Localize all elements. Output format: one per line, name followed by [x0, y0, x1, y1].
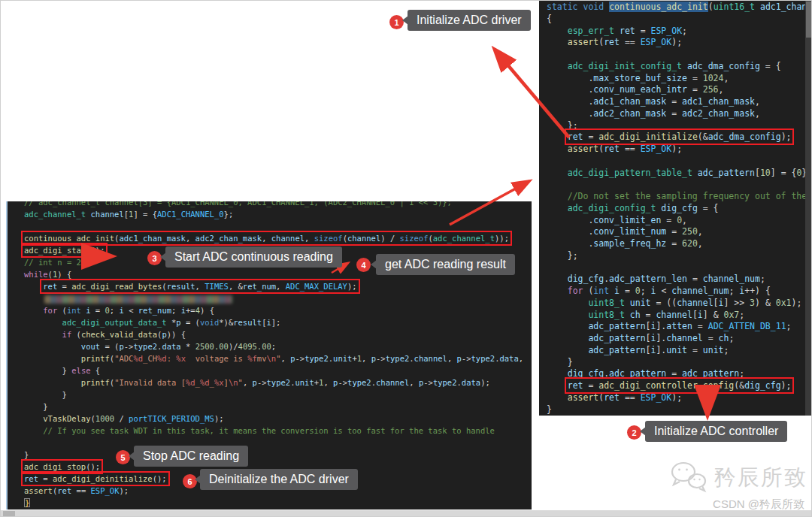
scrollbar-thumb[interactable] [806, 2, 811, 38]
annotation-2-label: Initialize ADC controller [645, 421, 787, 442]
code-right: static void continuous_adc_init(uint16_t… [539, 0, 806, 416]
code-panel-adc-init-function: static void continuous_adc_init(uint16_t… [539, 0, 806, 416]
watermark: 矜辰所致 CSDN @矜辰所致 [612, 460, 807, 512]
annotation-4-label: get ADC reading result [376, 254, 515, 275]
annotation-4-badge: 4 [356, 258, 371, 272]
watermark-brand-text: 矜辰所致 [714, 463, 807, 493]
annotation-3-label: Start ADC continuous reading [165, 246, 342, 268]
right-panel-scrollbar[interactable] [805, 0, 812, 416]
scrollbar-thumb[interactable] [3, 511, 15, 516]
annotation-5-label: Stop ADC reading [134, 446, 248, 467]
watermark-credit-text: CSDN @矜辰所致 [612, 497, 807, 512]
wechat-icon [669, 460, 708, 496]
annotation-1-label: Initialize ADC driver [408, 10, 531, 31]
annotation-6-label: Deinitialize the ADC driver [200, 469, 358, 490]
